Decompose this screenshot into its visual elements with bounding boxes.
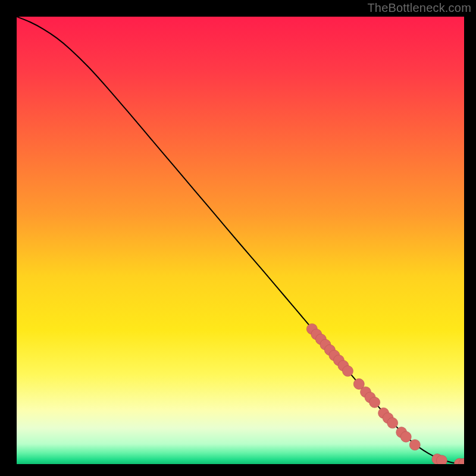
data-marker bbox=[436, 455, 447, 464]
chart-stage: TheBottleneck.com bbox=[0, 0, 476, 476]
data-marker bbox=[342, 366, 353, 377]
data-marker bbox=[409, 440, 420, 450]
data-marker bbox=[400, 431, 411, 442]
data-marker bbox=[369, 397, 380, 408]
data-marker bbox=[387, 418, 398, 428]
watermark-text: TheBottleneck.com bbox=[367, 1, 471, 15]
markers-layer bbox=[17, 17, 464, 464]
plot-area bbox=[17, 17, 464, 464]
